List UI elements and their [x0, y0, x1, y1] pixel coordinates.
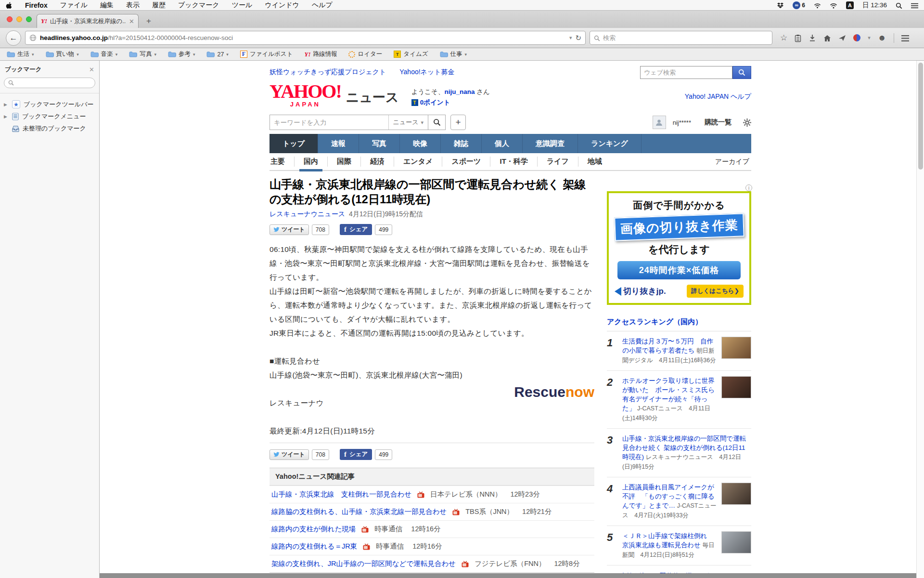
menu-view[interactable]: 表示: [126, 1, 140, 10]
archive-link[interactable]: アーカイブ: [715, 158, 751, 166]
bookmark-folder-shashin[interactable]: 写真▾: [129, 50, 156, 58]
subscriptions-link[interactable]: 購読一覧: [705, 118, 732, 127]
subnav-sports[interactable]: スポーツ: [442, 157, 490, 167]
ad-cta-button[interactable]: 詳しくはこちら❯: [687, 285, 744, 298]
gear-icon[interactable]: [743, 117, 751, 128]
bookmark-folder-sanko[interactable]: 参考▾: [168, 50, 195, 58]
disclosure-triangle-icon[interactable]: ▶: [4, 114, 9, 119]
bookmark-folder-27[interactable]: 27▾: [206, 51, 228, 58]
news-search-input[interactable]: [270, 119, 388, 126]
ad-info-icon[interactable]: i: [745, 184, 752, 191]
disclosure-triangle-icon[interactable]: ▶: [4, 102, 9, 107]
url-text[interactable]: headlines.yahoo.co.jp/hl?a=20150412-0000…: [40, 34, 566, 41]
tweet-button[interactable]: ツイート: [270, 224, 309, 235]
facebook-share-button[interactable]: fシェア: [340, 224, 372, 235]
new-tab-button[interactable]: +: [141, 14, 156, 28]
zoom-window-button[interactable]: [26, 16, 32, 22]
wifi-icon[interactable]: [830, 1, 837, 9]
ranking-header[interactable]: アクセスランキング（国内）: [607, 317, 751, 331]
urlbar-dropdown-icon[interactable]: ▾: [569, 35, 572, 41]
tab-zasshi[interactable]: 雑誌: [441, 134, 482, 153]
tab-sokuho[interactable]: 速報: [318, 134, 359, 153]
source-link[interactable]: レスキューナウニュース: [270, 210, 345, 218]
site-identity-globe-icon[interactable]: [29, 34, 37, 42]
subnav-kokunai[interactable]: 国内: [294, 157, 327, 167]
menubar-clock[interactable]: 日 12:36: [862, 1, 887, 10]
bookmark-reuters[interactable]: ロイター: [348, 50, 382, 58]
browser-search-input[interactable]: [603, 34, 768, 41]
menu-window[interactable]: ウインドウ: [265, 1, 299, 10]
browser-search-bar[interactable]: [590, 31, 772, 45]
related-article-link[interactable]: 線路内の支柱倒れる＝JR東: [271, 542, 357, 551]
bookmark-folder-kaimono[interactable]: 買い物▾: [46, 50, 79, 58]
facebook-share-button[interactable]: fシェア: [340, 449, 372, 460]
menu-file[interactable]: ファイル: [60, 1, 88, 10]
menu-tools[interactable]: ツール: [232, 1, 253, 10]
scrollbar-thumb[interactable]: [918, 63, 923, 170]
thumbnail[interactable]: [721, 376, 751, 398]
subnav-chiiki[interactable]: 地域: [578, 157, 611, 167]
dropbox-icon[interactable]: [777, 1, 784, 9]
thumbnail[interactable]: [721, 483, 751, 505]
bookmarks-panel-icon[interactable]: [795, 33, 801, 42]
creative-cloud-icon[interactable]: ∞6: [793, 1, 805, 9]
web-search-input[interactable]: [640, 66, 732, 79]
sidebar-close-icon[interactable]: ✕: [89, 66, 94, 73]
wifi-transfer-icon[interactable]: [814, 1, 821, 9]
related-article-link[interactable]: 線路内の支柱が倒れた現場: [271, 525, 356, 534]
tweet-button[interactable]: ツイート: [270, 449, 309, 460]
close-window-button[interactable]: [7, 16, 13, 22]
subnav-life[interactable]: ライフ: [537, 157, 578, 167]
subnav-it-kagaku[interactable]: IT・科学: [490, 157, 537, 167]
sidebar-item-bookmarks-menu[interactable]: ▶ ブックマークメニュー: [3, 110, 96, 122]
yahoo-news-logo[interactable]: YAHOO! JAPAN ニュース: [270, 83, 399, 108]
sidebar-item-toolbar-folder[interactable]: ▶ ★ ブックマークツールバー: [3, 98, 96, 110]
news-search-button[interactable]: [428, 115, 446, 130]
thumbnail[interactable]: [721, 337, 751, 359]
bookmark-star-icon[interactable]: ☆: [780, 34, 787, 42]
spotlight-icon[interactable]: [896, 1, 902, 9]
display-ad[interactable]: 面倒で手間がかかる 画像の切り抜き作業 を代行します 24時間作業×低価格 切り…: [607, 191, 751, 305]
yahoo-help-links[interactable]: Yahoo! JAPAN ヘルプ: [685, 92, 751, 101]
related-article-link[interactable]: 架線の支柱倒れ、JR山手線の一部区間などで運転見合わせ: [271, 559, 456, 568]
bookmark-fileposto[interactable]: Fファイルポスト: [240, 50, 293, 58]
subnav-kokusai[interactable]: 国際: [327, 157, 360, 167]
smiley-extension-icon[interactable]: ☻: [878, 34, 886, 42]
notification-center-icon[interactable]: [911, 1, 918, 9]
minimize-window-button[interactable]: [16, 16, 22, 22]
ranking-link[interactable]: ＜ＪＲ＞山手線で架線柱倒れ 京浜東北線も運転見合わせ: [622, 532, 714, 549]
subnav-entame[interactable]: エンタメ: [394, 157, 442, 167]
avatar[interactable]: [653, 116, 666, 129]
bookmark-folder-seikatsu[interactable]: 生活▾: [7, 50, 34, 58]
promo-link-bokin[interactable]: Yahoo!ネット募金: [399, 68, 454, 77]
add-search-tab-button[interactable]: +: [450, 115, 466, 130]
news-search-box[interactable]: ニュース▾: [270, 115, 428, 130]
tab-shashin[interactable]: 写真: [359, 134, 400, 153]
user-id[interactable]: nij*****: [673, 119, 691, 126]
back-button[interactable]: ←: [6, 30, 21, 46]
promo-link-yokai[interactable]: 妖怪ウォッチきっず応援プロジェクト: [270, 68, 386, 77]
bookmark-folder-shigoto[interactable]: 仕事▾: [440, 50, 467, 58]
points-row[interactable]: T 0ポイント: [411, 98, 490, 107]
reload-icon[interactable]: ↻: [575, 34, 581, 42]
vertical-scrollbar[interactable]: [916, 61, 924, 578]
menu-bookmarks[interactable]: ブックマーク: [178, 1, 219, 10]
related-article-link[interactable]: 山手線・京浜東北線 支柱倒れ一部見合わせ: [271, 490, 411, 499]
tab-kojin[interactable]: 個人: [482, 134, 523, 153]
username-link[interactable]: niju_nana: [444, 88, 475, 95]
menu-firefox[interactable]: Firefox: [25, 1, 48, 9]
home-icon[interactable]: [823, 34, 831, 42]
menu-help[interactable]: ヘルプ: [312, 1, 333, 10]
tab-eizo[interactable]: 映像: [400, 134, 441, 153]
bookmark-rosen-joho[interactable]: Y!路線情報: [304, 50, 337, 58]
url-bar[interactable]: headlines.yahoo.co.jp/hl?a=20150412-0000…: [25, 31, 586, 45]
web-search-button[interactable]: [732, 66, 751, 79]
tab-ishiki-chosa[interactable]: 意識調査: [523, 134, 578, 153]
related-article-link[interactable]: 線路脇の支柱倒れる、山手線・京浜東北線一部見合わせ: [271, 507, 447, 516]
sidebar-item-unsorted[interactable]: 未整理のブックマーク: [3, 122, 96, 134]
search-category-dropdown[interactable]: ニュース▾: [388, 115, 428, 130]
subnav-keizai[interactable]: 経済: [360, 157, 394, 167]
subnav-shuyo[interactable]: 主要: [270, 157, 294, 167]
menu-history[interactable]: 履歴: [152, 1, 166, 10]
extension-icon[interactable]: [853, 34, 860, 41]
